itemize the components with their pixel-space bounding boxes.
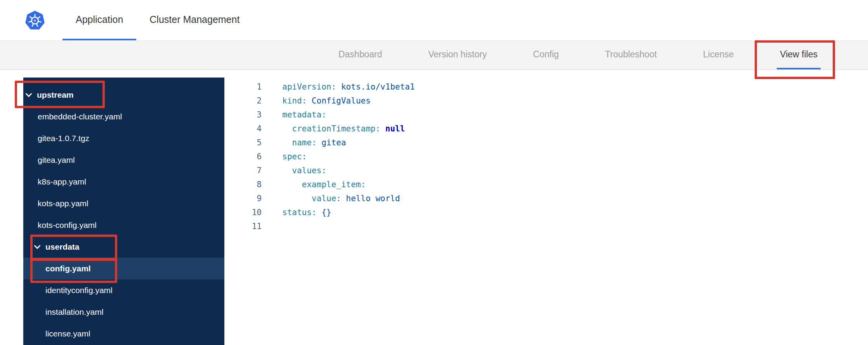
tree-file-kots-config-yaml[interactable]: kots-config.yaml (23, 214, 224, 236)
tree-item-label: kots-config.yaml (38, 221, 97, 230)
code-line: 3metadata: (224, 108, 868, 122)
line-number: 11 (224, 219, 262, 233)
tree-item-label: k8s-app.yaml (38, 177, 86, 186)
tree-file-license-yaml[interactable]: license.yaml (23, 323, 224, 345)
line-number: 10 (224, 205, 262, 219)
app-header: ApplicationCluster Management (0, 0, 868, 40)
header-tab-cluster-management[interactable]: Cluster Management (136, 0, 253, 40)
tree-item-label: embedded-cluster.yaml (38, 112, 122, 121)
code-content: value: hello world (282, 191, 400, 205)
subnav-tabs: DashboardVersion historyConfigTroublesho… (0, 40, 868, 70)
code-content: creationTimestamp: null (282, 122, 405, 136)
tree-file-identityconfig-yaml[interactable]: identityconfig.yaml (23, 279, 224, 301)
code-content: spec: (282, 150, 307, 164)
yaml-value-token: hello world (341, 194, 400, 203)
code-content: apiVersion: kots.io/v1beta1 (282, 80, 415, 94)
line-number: 2 (224, 94, 262, 108)
code-line: 9 value: hello world (224, 191, 868, 205)
yaml-key-token: apiVersion: (282, 82, 336, 91)
line-number: 9 (224, 191, 262, 205)
line-number: 7 (224, 164, 262, 178)
tree-item-label: userdata (45, 242, 80, 252)
yaml-key-token: kind: (282, 96, 307, 105)
kubernetes-logo-icon (24, 10, 45, 31)
code-line: 7 values: (224, 164, 868, 178)
yaml-key-token: creationTimestamp: (282, 124, 380, 133)
yaml-key-token: values: (282, 166, 326, 175)
code-content: values: (282, 164, 326, 178)
file-viewer[interactable]: 1apiVersion: kots.io/v1beta12kind: Confi… (224, 78, 868, 345)
code-line: 2kind: ConfigValues (224, 94, 868, 108)
subnav-tab-troubleshoot[interactable]: Troubleshoot (602, 41, 660, 69)
tree-item-label: upstream (37, 90, 74, 100)
subnav-tab-version-history[interactable]: Version history (425, 41, 490, 69)
tree-folder-upstream[interactable]: upstream (23, 84, 224, 106)
tree-file-gitea-1-0-7-tgz[interactable]: gitea-1.0.7.tgz (23, 128, 224, 149)
editor-lines: 1apiVersion: kots.io/v1beta12kind: Confi… (224, 80, 868, 233)
code-content: status: {} (282, 205, 331, 219)
tree-item-label: kots-app.yaml (38, 199, 89, 208)
header-tabs: ApplicationCluster Management (62, 0, 253, 40)
subnav-tab-view-files[interactable]: View files (777, 41, 821, 69)
code-line: 11 (224, 219, 868, 233)
tree-file-gitea-yaml[interactable]: gitea.yaml (23, 149, 224, 171)
yaml-key-token: status: (282, 208, 317, 217)
code-line: 6spec: (224, 150, 868, 164)
yaml-key-token: spec: (282, 152, 307, 161)
header-tab-application[interactable]: Application (62, 0, 136, 40)
chevron-down-icon (26, 91, 32, 97)
tree-file-config-yaml[interactable]: config.yaml (23, 258, 224, 279)
yaml-key-token: name: (282, 138, 317, 147)
chevron-down-icon (34, 243, 41, 249)
code-content: kind: ConfigValues (282, 94, 371, 108)
tree-item-label: license.yaml (45, 329, 90, 338)
yaml-key-token: value: (282, 194, 341, 203)
code-line: 8 example_item: (224, 178, 868, 191)
tree-item-label: gitea.yaml (38, 155, 75, 165)
line-number: 4 (224, 122, 262, 136)
tree-file-installation-yaml[interactable]: installation.yaml (23, 301, 224, 323)
subnav-tab-license[interactable]: License (700, 41, 737, 69)
code-line: 4 creationTimestamp: null (224, 122, 868, 136)
subnav-tab-dashboard[interactable]: Dashboard (335, 41, 385, 69)
line-number: 3 (224, 108, 262, 122)
code-content: name: gitea (282, 136, 346, 150)
code-line: 5 name: gitea (224, 136, 868, 150)
yaml-value-token: ConfigValues (307, 96, 370, 105)
line-number: 6 (224, 150, 262, 164)
yaml-value-token: {} (317, 208, 332, 217)
tree-file-k8s-app-yaml[interactable]: k8s-app.yaml (23, 171, 224, 193)
code-content: metadata: (282, 108, 326, 122)
line-number: 5 (224, 136, 262, 150)
tree-file-kots-app-yaml[interactable]: kots-app.yaml (23, 193, 224, 214)
tree-item-label: installation.yaml (45, 307, 103, 317)
line-number: 8 (224, 178, 262, 191)
tree-file-embedded-cluster-yaml[interactable]: embedded-cluster.yaml (23, 106, 224, 128)
line-number: 1 (224, 80, 262, 94)
yaml-keyword-token: null (380, 124, 405, 133)
subnav-tab-config[interactable]: Config (530, 41, 562, 69)
code-line: 1apiVersion: kots.io/v1beta1 (224, 80, 868, 94)
yaml-value-token: gitea (317, 138, 346, 147)
tree-item-label: gitea-1.0.7.tgz (38, 134, 89, 143)
file-tree: upstreamembedded-cluster.yamlgitea-1.0.7… (23, 78, 224, 345)
tree-item-label: identityconfig.yaml (45, 286, 113, 295)
code-line: 10status: {} (224, 205, 868, 219)
tree-folder-userdata[interactable]: userdata (23, 236, 224, 258)
yaml-key-token: metadata: (282, 110, 326, 119)
code-content: example_item: (282, 178, 366, 191)
yaml-value-token: kots.io/v1beta1 (336, 82, 415, 91)
tree-item-label: config.yaml (45, 264, 91, 273)
yaml-key-token: example_item: (282, 180, 366, 189)
